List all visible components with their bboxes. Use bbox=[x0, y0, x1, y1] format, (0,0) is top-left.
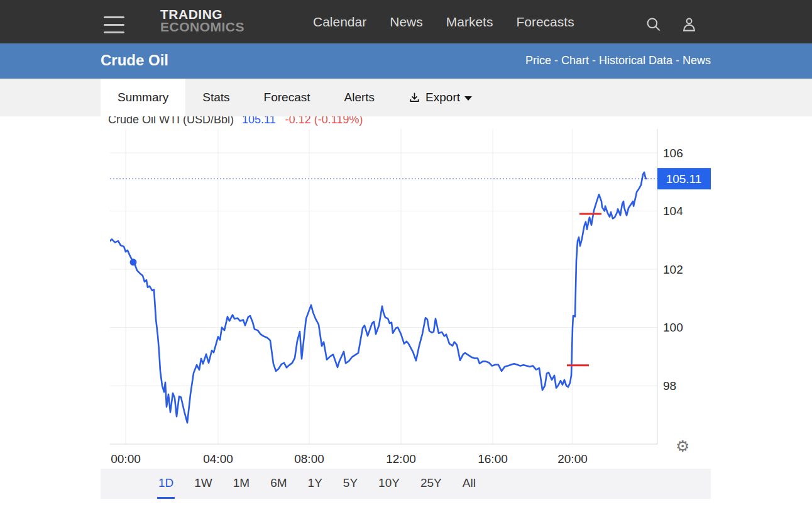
subheader-links: Price - Chart - Historical Data - News bbox=[525, 54, 711, 67]
page: TRADING ECONOMICS CalendarNewsMarketsFor… bbox=[0, 0, 812, 524]
export-label: Export bbox=[425, 91, 460, 104]
tab-stats[interactable]: Stats bbox=[185, 79, 246, 116]
nav-link-news[interactable]: News bbox=[390, 14, 423, 30]
x-axis-label: 04:00 bbox=[203, 452, 233, 465]
logo-line-1: TRADING bbox=[160, 8, 244, 21]
timeframe-all[interactable]: All bbox=[461, 469, 477, 499]
timeframe-25y[interactable]: 25Y bbox=[419, 469, 443, 499]
y-axis-label: 102 bbox=[663, 263, 683, 276]
x-axis-label: 00:00 bbox=[111, 452, 141, 465]
nav-link-markets[interactable]: Markets bbox=[446, 14, 493, 30]
tab-summary[interactable]: Summary bbox=[101, 79, 185, 116]
chevron-down-icon bbox=[464, 96, 472, 101]
top-navbar: TRADING ECONOMICS CalendarNewsMarketsFor… bbox=[0, 0, 812, 43]
chart-title: Crude Oil WTI (USD/Bbl) bbox=[108, 116, 234, 126]
y-axis-label: 104 bbox=[663, 204, 683, 218]
price-line-series bbox=[110, 172, 646, 423]
y-axis-label: 106 bbox=[663, 147, 683, 160]
timeframe-1y[interactable]: 1Y bbox=[307, 469, 324, 499]
tab-bar: SummaryStatsForecastAlerts Export bbox=[0, 79, 812, 116]
timeframe-6m[interactable]: 6M bbox=[269, 469, 288, 499]
chart-panel: Crude Oil WTI (USD/Bbl) 105.11 -0.12 (-0… bbox=[101, 116, 711, 469]
nav-links: CalendarNewsMarketsForecasts bbox=[313, 0, 574, 43]
price-chart: 9810010210410600:0004:0008:0012:0016:002… bbox=[110, 129, 711, 469]
y-axis-label: 98 bbox=[663, 379, 676, 393]
subheader-link-news[interactable]: News bbox=[683, 54, 711, 67]
y-axis-label: 100 bbox=[663, 321, 683, 334]
export-button[interactable]: Export bbox=[395, 79, 485, 116]
chart-change: -0.12 (-0.119%) bbox=[285, 116, 363, 126]
tab-forecast[interactable]: Forecast bbox=[247, 79, 327, 116]
x-axis-label: 12:00 bbox=[386, 452, 416, 465]
instrument-header: Crude Oil Price - Chart - Historical Dat… bbox=[0, 43, 812, 79]
logo-line-2: ECONOMICS bbox=[160, 21, 244, 33]
page-title: Crude Oil bbox=[101, 52, 168, 69]
trading-economics-logo[interactable]: TRADING ECONOMICS bbox=[160, 8, 244, 33]
subheader-link-price[interactable]: Price bbox=[525, 54, 551, 67]
series-dot-marker bbox=[130, 259, 137, 265]
search-icon[interactable] bbox=[645, 16, 662, 33]
download-icon bbox=[408, 91, 421, 104]
chart-settings-gear-icon[interactable]: ⚙ bbox=[676, 438, 689, 454]
user-icon[interactable] bbox=[681, 16, 698, 33]
subheader-link-chart[interactable]: Chart bbox=[561, 54, 589, 67]
chart-title-row: Crude Oil WTI (USD/Bbl) 105.11 -0.12 (-0… bbox=[108, 116, 363, 126]
nav-link-forecasts[interactable]: Forecasts bbox=[516, 14, 574, 30]
x-axis-label: 20:00 bbox=[557, 452, 588, 465]
timeframe-1m[interactable]: 1M bbox=[232, 469, 251, 499]
tab-alerts[interactable]: Alerts bbox=[327, 79, 392, 116]
subheader-link-separator: - bbox=[551, 54, 561, 67]
menu-icon[interactable] bbox=[104, 16, 124, 33]
timeframe-1d[interactable]: 1D bbox=[157, 469, 175, 499]
subheader-link-historical-data[interactable]: Historical Data bbox=[599, 54, 672, 67]
current-price-tag-label: 105.11 bbox=[666, 172, 702, 186]
subheader-link-separator: - bbox=[672, 54, 683, 67]
timeframe-1w[interactable]: 1W bbox=[193, 469, 214, 499]
timeframe-bar: 1D1W1M6M1Y5Y10Y25YAll bbox=[101, 469, 711, 499]
x-axis-label: 08:00 bbox=[294, 452, 324, 465]
chart-last-price: 105.11 bbox=[242, 116, 276, 126]
subheader-link-separator: - bbox=[589, 54, 599, 67]
timeframe-10y[interactable]: 10Y bbox=[377, 469, 401, 499]
x-axis-label: 16:00 bbox=[478, 452, 508, 465]
timeframe-5y[interactable]: 5Y bbox=[342, 469, 359, 499]
nav-link-calendar[interactable]: Calendar bbox=[313, 14, 366, 30]
